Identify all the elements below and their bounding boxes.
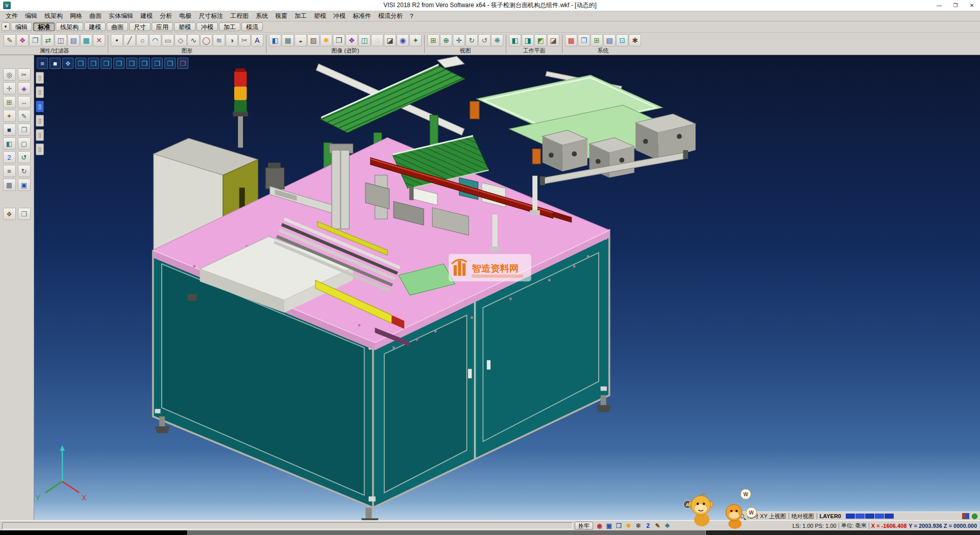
draw-trim-icon[interactable]: ✂ [238,34,251,46]
draw-polygon-icon[interactable]: ◇ [175,34,187,46]
menu-item[interactable]: 尺寸标注 [195,11,227,21]
menu-item[interactable]: ? [406,12,417,21]
view-cube-iso2-icon[interactable]: ❒ [164,58,176,69]
rotate-icon[interactable]: ↺ [18,151,31,163]
dock-tab-icon-4[interactable]: ▯ [36,115,44,127]
table-icon[interactable]: ▦ [3,179,16,191]
dock-tab-icon-6[interactable]: ▯ [36,143,44,155]
viewport-3d[interactable]: 智造资料网 Z X Y ≡■❖❒❒❒❒❒❒❒❒❒ ▯▯▯▯▯▯ [34,55,980,520]
menu-item[interactable]: 编辑 [21,11,41,21]
menu-item[interactable]: 文件 [2,11,21,21]
menu-item[interactable]: 标准件 [349,11,375,21]
menu-item[interactable]: 系统 [252,11,272,21]
active-layer-label[interactable]: LAYER0 [820,513,841,519]
draw-spline-icon[interactable]: ∿ [187,34,200,46]
render-light-icon[interactable]: ✹ [320,34,332,46]
tab[interactable]: 建模 [84,22,106,31]
list-icon[interactable]: ≡ [3,165,16,177]
tab[interactable]: 尺寸 [129,22,151,31]
view-menu-icon[interactable]: ≡ [37,58,48,69]
close-button[interactable]: ✕ [964,0,980,11]
pen-status-icon[interactable]: ✎ [653,522,662,530]
menu-item[interactable]: 塑模 [310,11,330,21]
system-settings-icon[interactable]: ✱ [629,34,641,46]
dock-tab-icon-2[interactable]: ▯ [36,86,44,98]
palette-status-icon[interactable]: ❖ [663,522,672,530]
pan-view-icon[interactable]: ✛ [453,34,465,46]
filter-layer-icon[interactable]: ▤ [67,34,80,46]
draw-mirror-icon[interactable]: ◑ [226,34,238,46]
tab[interactable]: 曲面 [107,22,128,31]
settings-status-icon[interactable]: ✱ [634,522,643,530]
view-cube-front-icon[interactable]: ❒ [101,58,112,69]
tab[interactable]: 编辑 [11,22,32,31]
dynamic-rotate-icon[interactable]: ❖ [62,58,74,69]
workplane-view-icon[interactable]: ◨ [522,34,534,46]
hand-icon[interactable]: ❖ [3,208,16,220]
tab[interactable]: 模流 [241,22,263,31]
menu-item[interactable]: 模流分析 [375,11,406,21]
render-shadow-icon[interactable]: ◪ [384,34,396,46]
attr-paint-icon[interactable]: ❖ [16,34,29,46]
attr-edit-icon[interactable]: ✎ [4,34,16,46]
render-camera-icon[interactable]: ❒ [333,34,345,46]
draw-rect-icon[interactable]: ▭ [162,34,174,46]
menu-item[interactable]: 实体编辑 [105,11,137,21]
draw-circle-icon[interactable]: ○ [136,34,149,46]
window-layout-icon[interactable] [962,513,969,519]
render-wireframe-icon[interactable]: ▦ [282,34,294,46]
filter-clear-icon[interactable]: ✕ [93,34,105,46]
previous-view-icon[interactable]: ↺ [478,34,491,46]
rotate-view-icon[interactable]: ↻ [465,34,478,46]
dock-tab-icon-3[interactable]: ▯ [36,101,44,112]
draw-point-icon[interactable]: • [111,34,123,46]
view-cube-top-icon[interactable]: ❒ [88,58,99,69]
draw-arc-icon[interactable]: ◠ [149,34,161,46]
shaded-mode-icon[interactable]: ■ [50,58,61,69]
menu-item[interactable]: 冲模 [330,11,349,21]
view-cube-left-icon[interactable]: ❒ [126,58,137,69]
redo-icon[interactable]: ↻ [18,165,31,177]
system-monitor-icon[interactable]: ❐ [578,34,590,46]
measure-icon[interactable]: ↔ [18,96,31,108]
solid-icon[interactable]: ■ [3,124,16,136]
draw-text-icon[interactable]: A [251,34,263,46]
pan-icon[interactable]: ✛ [3,82,16,94]
workplane-standard-icon[interactable]: ◧ [509,34,521,46]
menu-item[interactable]: 线架构 [41,11,66,21]
draw-offset-icon[interactable]: ≋ [213,34,225,46]
view-cube-iso-icon[interactable]: ❒ [75,58,86,69]
view-cube-right-icon[interactable]: ❒ [113,58,125,69]
zoom-in-icon[interactable]: ⊕ [440,34,452,46]
render-section-icon[interactable]: ◫ [358,34,371,46]
trim-icon[interactable]: ✂ [18,68,31,81]
render-hidden-icon[interactable]: ◒ [295,34,307,46]
counter-2-icon[interactable]: 2 [644,522,652,530]
render-shaded-icon[interactable]: ◧ [269,34,281,46]
tab[interactable]: 标准 [33,22,55,31]
grid-icon[interactable]: ⊞ [3,96,16,108]
render-transparency-icon[interactable]: ◌ [371,34,383,46]
render-material-icon[interactable]: ❖ [346,34,358,46]
save-icon[interactable]: ▣ [18,179,31,191]
menu-item[interactable]: 电极 [176,11,195,21]
workplane-3point-icon[interactable]: ◩ [534,34,547,46]
box-icon[interactable]: ▢ [18,137,31,150]
menu-item[interactable]: 曲面 [86,11,105,21]
tab[interactable]: 冲模 [197,22,218,31]
system-snap-icon[interactable]: ⊞ [591,34,603,46]
menu-item[interactable]: 分析 [156,11,176,21]
menu-item[interactable]: 加工 [291,11,310,21]
refresh-view-icon[interactable]: ❋ [491,34,503,46]
filter-color-icon[interactable]: ▦ [80,34,92,46]
lock-button[interactable]: 拴牢 [575,522,593,530]
view-mode-label[interactable]: 绝对视图 [792,513,814,520]
dock-tab-icon-1[interactable]: ▯ [36,72,44,84]
tools-icon[interactable]: ✦ [3,110,16,122]
menu-item[interactable]: 工程图 [227,11,252,21]
tab[interactable]: 加工 [219,22,240,31]
minimize-button[interactable]: — [931,0,947,11]
view-cube-back-icon[interactable]: ❒ [139,58,150,69]
clipboard-icon[interactable]: ❒ [18,208,31,220]
system-calc-icon[interactable]: ⊡ [616,34,628,46]
